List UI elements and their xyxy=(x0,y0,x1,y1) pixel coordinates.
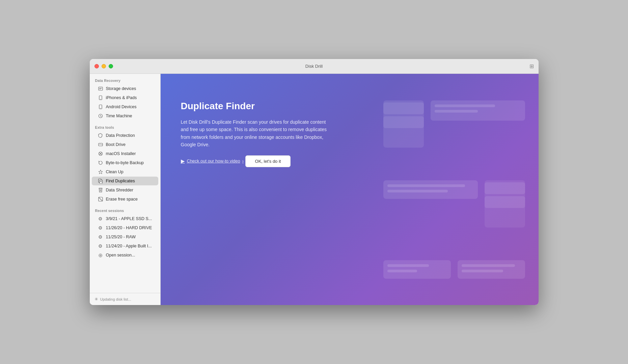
deco-card-1 xyxy=(431,100,525,121)
sidebar-item-erase-free-space[interactable]: Erase free space xyxy=(92,195,158,204)
sidebar-item-time-machine[interactable]: Time Machine xyxy=(92,112,158,120)
iphones-ipads-icon xyxy=(98,95,103,100)
session-3-label: 11/25/20 - RAW xyxy=(106,235,136,239)
deco-line-8 xyxy=(462,270,503,272)
loading-icon: ✳ xyxy=(94,297,98,302)
titlebar: Disk Drill ⊞ xyxy=(90,59,539,74)
deco-spacer-1 xyxy=(431,100,525,148)
chevron-right-icon: › xyxy=(242,158,244,163)
view-icon[interactable]: ⊞ xyxy=(529,63,534,69)
session-3-icon: ⚙ xyxy=(98,234,103,240)
sidebar-item-iphones-ipads[interactable]: iPhones & iPads xyxy=(92,93,158,102)
section-label-recent-sessions: Recent sessions xyxy=(90,204,160,214)
sidebar-item-clean-up[interactable]: Clean Up xyxy=(92,168,158,176)
svg-point-10 xyxy=(101,144,102,145)
sidebar-item-android-devices[interactable]: Android Devices xyxy=(92,102,158,111)
deco-card-3 xyxy=(383,260,451,279)
sidebar-section-recent-sessions: Recent sessions ⚙ 3/9/21 - APPLE SSD S..… xyxy=(90,204,160,260)
sidebar-item-open-session[interactable]: ⊕ Open session... xyxy=(92,251,158,260)
deco-line-7 xyxy=(462,264,515,267)
status-bar: ✳ Updating disk list... xyxy=(90,293,160,305)
deco-row-3 xyxy=(383,260,525,279)
clean-up-label: Clean Up xyxy=(106,170,124,174)
deco-card-tall-2 xyxy=(485,180,525,228)
deco-line-2 xyxy=(435,110,478,113)
deco-card-2 xyxy=(383,180,478,199)
maximize-button[interactable] xyxy=(109,64,113,68)
svg-rect-19 xyxy=(99,188,102,189)
sidebar-item-session-4[interactable]: ⚙ 11/24/20 - Apple Built I... xyxy=(92,242,158,250)
clean-up-icon xyxy=(98,169,103,175)
deco-line-1 xyxy=(435,104,495,107)
iphones-ipads-label: iPhones & iPads xyxy=(106,95,137,100)
how-to-video-label: Check out our how-to video xyxy=(187,158,240,163)
titlebar-actions: ⊞ xyxy=(529,63,534,69)
how-to-video-link[interactable]: ▶ Check out our how-to video › xyxy=(181,158,244,164)
deco-row-2 xyxy=(383,180,525,228)
boot-drive-label: Boot Drive xyxy=(106,142,126,147)
svg-rect-9 xyxy=(99,144,101,145)
session-2-label: 11/26/20 - HARD DRIVE xyxy=(106,225,152,230)
deco-subcard-3 xyxy=(485,182,525,194)
macos-installer-icon xyxy=(98,151,103,156)
deco-spacer-2 xyxy=(383,180,478,228)
sidebar-item-boot-drive[interactable]: Boot Drive xyxy=(92,140,158,149)
deco-line-6 xyxy=(387,270,417,272)
boot-drive-icon xyxy=(98,142,103,147)
page-description: Let Disk Drill's Duplicate Finder scan y… xyxy=(181,118,329,149)
svg-rect-1 xyxy=(99,88,102,88)
time-machine-icon xyxy=(98,113,103,119)
deco-subcard-4 xyxy=(485,196,525,208)
section-label-data-recovery: Data Recovery xyxy=(90,74,160,84)
open-session-label: Open session... xyxy=(106,253,135,257)
find-duplicates-label: Find Duplicates xyxy=(106,179,135,183)
byte-to-byte-icon xyxy=(98,160,103,165)
deco-subcard-2 xyxy=(383,116,424,128)
section-label-extra-tools: Extra tools xyxy=(90,121,160,131)
storage-devices-icon xyxy=(98,86,103,91)
erase-free-space-icon xyxy=(98,196,103,202)
main-content: Duplicate Finder Let Disk Drill's Duplic… xyxy=(161,74,539,305)
deco-subcard-1 xyxy=(383,102,424,114)
minimize-button[interactable] xyxy=(102,64,106,68)
find-duplicates-icon xyxy=(98,178,103,184)
svg-point-4 xyxy=(100,99,101,100)
sidebar-item-find-duplicates[interactable]: Find Duplicates xyxy=(92,177,158,185)
deco-row-1 xyxy=(383,100,525,148)
sidebar-item-session-2[interactable]: ⚙ 11/26/20 - HARD DRIVE xyxy=(92,223,158,232)
session-4-icon: ⚙ xyxy=(98,243,103,249)
sidebar-item-session-1[interactable]: ⚙ 3/9/21 - APPLE SSD S... xyxy=(92,214,158,223)
sidebar-section-extra-tools: Extra tools Data Protection xyxy=(90,121,160,204)
content-area: Data Recovery Storage devices xyxy=(90,74,539,305)
macos-installer-label: macOS Installer xyxy=(106,151,136,156)
android-icon xyxy=(98,104,103,110)
deco-card-tall-1 xyxy=(383,100,424,148)
session-1-label: 3/9/21 - APPLE SSD S... xyxy=(106,216,152,221)
session-2-icon: ⚙ xyxy=(98,225,103,231)
session-1-icon: ⚙ xyxy=(98,216,103,221)
sidebar-section-data-recovery: Data Recovery Storage devices xyxy=(90,74,160,121)
data-shredder-icon xyxy=(98,187,103,193)
close-button[interactable] xyxy=(94,64,99,68)
sidebar-item-session-3[interactable]: ⚙ 11/25/20 - RAW xyxy=(92,233,158,241)
sidebar: Data Recovery Storage devices xyxy=(90,74,161,305)
sidebar-item-data-shredder[interactable]: Data Shredder xyxy=(92,186,158,194)
data-protection-label: Data Protection xyxy=(106,133,135,138)
erase-free-space-label: Erase free space xyxy=(106,197,138,202)
session-4-label: 11/24/20 - Apple Built I... xyxy=(106,244,152,248)
ok-button[interactable]: OK, let's do it xyxy=(245,155,291,167)
deco-line-5 xyxy=(387,264,429,267)
sidebar-item-data-protection[interactable]: Data Protection xyxy=(92,131,158,140)
window-title: Disk Drill xyxy=(305,64,323,69)
sidebar-item-byte-to-byte[interactable]: Byte-to-byte Backup xyxy=(92,158,158,167)
decorative-area xyxy=(370,74,539,305)
deco-line-4 xyxy=(387,190,448,192)
deco-line-3 xyxy=(387,184,465,187)
sidebar-item-storage-devices[interactable]: Storage devices xyxy=(92,84,158,93)
sidebar-item-macos-installer[interactable]: macOS Installer xyxy=(92,149,158,158)
app-window: Disk Drill ⊞ Data Recovery St xyxy=(90,59,539,305)
page-title: Duplicate Finder xyxy=(181,101,329,112)
byte-to-byte-label: Byte-to-byte Backup xyxy=(106,160,144,165)
traffic-lights xyxy=(94,64,113,68)
main-inner: Duplicate Finder Let Disk Drill's Duplic… xyxy=(161,74,350,188)
